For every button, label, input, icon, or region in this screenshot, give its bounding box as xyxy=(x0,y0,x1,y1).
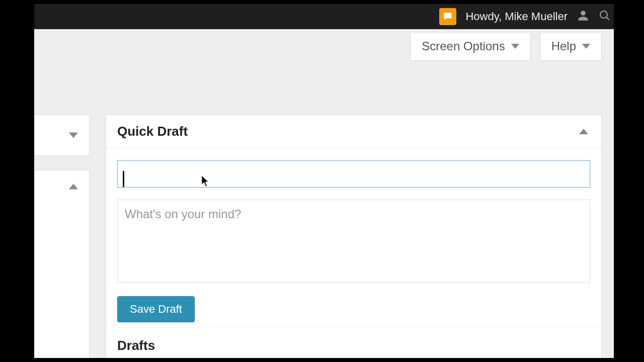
user-avatar[interactable] xyxy=(577,9,590,24)
app-stage: Howdy, Mike Mueller Screen Options Help xyxy=(34,4,614,358)
chat-button[interactable] xyxy=(439,8,456,25)
search-button[interactable] xyxy=(599,10,611,24)
chevron-down-icon xyxy=(69,133,78,138)
chevron-down-icon xyxy=(582,44,590,49)
screen-options-tab[interactable]: Screen Options xyxy=(410,33,530,61)
user-icon xyxy=(577,9,590,22)
quick-draft-title: Quick Draft xyxy=(117,124,188,139)
screen-options-label: Screen Options xyxy=(422,39,505,53)
quick-draft-body: Save Draft xyxy=(106,148,601,327)
letterbox-bottom xyxy=(0,358,644,362)
pillarbox-left xyxy=(0,0,34,362)
collapse-toggle-icon[interactable] xyxy=(579,129,588,134)
drafts-heading: Drafts xyxy=(117,338,590,353)
widget-stub-collapsed[interactable] xyxy=(34,115,90,156)
save-draft-button[interactable]: Save Draft xyxy=(117,296,195,322)
drafts-section: Drafts Getting Tasks Done July 17, 2014 xyxy=(106,327,601,362)
admin-greeting[interactable]: Howdy, Mike Mueller xyxy=(465,10,568,23)
chevron-down-icon xyxy=(511,44,519,49)
admin-bar: Howdy, Mike Mueller xyxy=(34,4,614,29)
widget-stub-expanded[interactable] xyxy=(34,170,90,362)
screen-meta-row: Screen Options Help xyxy=(410,33,602,61)
chat-icon xyxy=(443,12,453,22)
pillarbox-right xyxy=(614,0,644,362)
quick-draft-widget: Quick Draft Save Draft Drafts Getting Ta… xyxy=(106,115,602,362)
search-icon xyxy=(599,10,611,22)
draft-content-textarea[interactable] xyxy=(117,200,590,283)
chevron-up-icon xyxy=(69,184,78,190)
text-caret xyxy=(123,171,124,187)
draft-title-input[interactable] xyxy=(117,160,590,188)
content-area: Screen Options Help Quick Draft Save Dra… xyxy=(34,29,614,358)
letterbox-top xyxy=(0,0,644,4)
quick-draft-header[interactable]: Quick Draft xyxy=(106,115,601,148)
help-label: Help xyxy=(551,39,576,53)
help-tab[interactable]: Help xyxy=(540,33,602,61)
